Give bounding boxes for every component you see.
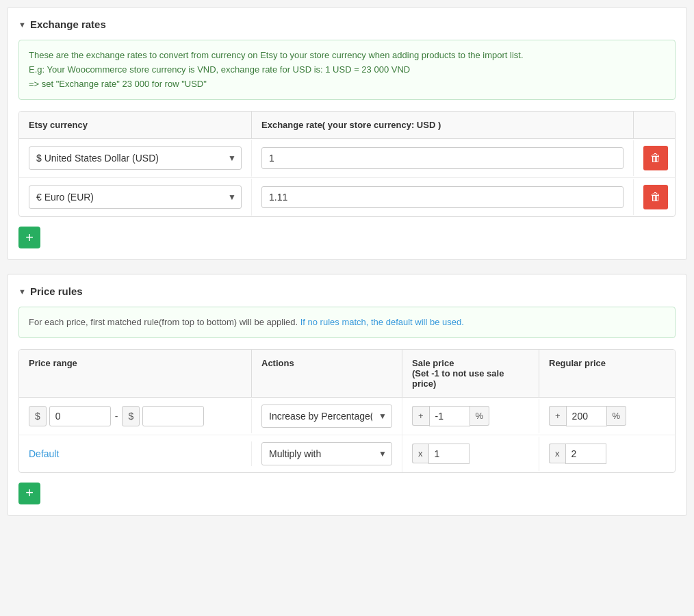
action-select-default[interactable]: Increase by Percentage(%) Multiply with	[261, 442, 392, 465]
price-range-dash-1: -	[114, 411, 120, 422]
price-to-prefix-1: $	[122, 406, 140, 426]
price-range-cell-1: $ - $	[19, 399, 252, 433]
plus-icon-rules: +	[25, 485, 34, 501]
sale-price-prefix-1: +	[412, 406, 429, 426]
rules-header-actions: Actions	[252, 350, 402, 397]
add-price-rule-button[interactable]: +	[18, 483, 40, 504]
sale-price-input-default[interactable]	[428, 444, 470, 464]
regular-price-cell-1: + %	[539, 399, 635, 433]
regular-price-prefix-1: +	[549, 406, 566, 426]
price-rule-row-1: $ - $ Increase by Percentage(%) Multiply…	[19, 398, 675, 435]
exchange-rate-cell-2	[252, 179, 634, 215]
currency-select-1[interactable]: $ United States Dollar (USD) € Euro (EUR…	[29, 146, 242, 170]
info-line-3: => set "Exchange rate" 23 000 for row "U…	[29, 77, 665, 92]
exchange-rate-input-1[interactable]	[261, 147, 624, 169]
exchange-rates-table: Etsy currency Exchange rate( your store …	[18, 111, 676, 217]
trash-icon-1: 🗑	[650, 152, 661, 164]
price-range-cell-default: Default	[19, 441, 252, 466]
exchange-row-1: $ United States Dollar (USD) € Euro (EUR…	[19, 139, 675, 178]
exchange-currency-cell-1: $ United States Dollar (USD) € Euro (EUR…	[19, 140, 252, 177]
plus-icon-exchange: +	[25, 230, 34, 246]
exchange-currency-cell-2: $ United States Dollar (USD) € Euro (EUR…	[19, 179, 252, 216]
currency-select-wrapper-1: $ United States Dollar (USD) € Euro (EUR…	[29, 146, 242, 170]
trash-icon-2: 🗑	[650, 191, 661, 203]
regular-price-group-default: x	[549, 444, 626, 464]
collapse-arrow-icon[interactable]: ▼	[18, 21, 26, 29]
sale-price-group-1: + %	[412, 406, 529, 426]
exchange-delete-cell-1: 🗑	[634, 139, 675, 177]
currency-select-2[interactable]: $ United States Dollar (USD) € Euro (EUR…	[29, 185, 242, 209]
exchange-rates-info: These are the exchange rates to convert …	[18, 40, 676, 100]
price-rules-title: ▼ Price rules	[18, 285, 676, 297]
exchange-row-2: $ United States Dollar (USD) € Euro (EUR…	[19, 178, 675, 216]
price-rules-info: For each price, first matched rule(from …	[18, 307, 676, 338]
exchange-delete-cell-2: 🗑	[634, 178, 675, 216]
action-select-wrapper-default: Increase by Percentage(%) Multiply with …	[261, 442, 392, 465]
rules-header-price-range: Price range	[19, 350, 252, 397]
delete-exchange-row-2-button[interactable]: 🗑	[643, 185, 668, 209]
rules-header-regular-price: Regular price	[539, 350, 635, 397]
regular-price-prefix-default: x	[549, 444, 565, 463]
sale-price-group-default: x	[412, 444, 529, 464]
sale-price-prefix-default: x	[412, 444, 428, 463]
sale-price-label-line2: (Set -1 to not use sale price)	[412, 368, 504, 389]
price-rules-section: ▼ Price rules For each price, first matc…	[7, 274, 687, 516]
exchange-header-actions	[634, 112, 675, 138]
sale-price-label-line1: Sale price	[412, 358, 454, 368]
regular-price-cell-default: x	[539, 437, 635, 471]
default-label: Default	[29, 448, 59, 459]
price-to-input-1[interactable]	[142, 406, 204, 426]
regular-price-input-default[interactable]	[565, 444, 606, 464]
exchange-header-rate: Exchange rate( your store currency: USD …	[252, 112, 634, 138]
info-line-1: These are the exchange rates to convert …	[29, 49, 665, 63]
exchange-rates-section: ▼ Exchange rates These are the exchange …	[7, 7, 687, 260]
sale-price-cell-default: x	[402, 437, 539, 471]
currency-select-wrapper-2: $ United States Dollar (USD) € Euro (EUR…	[29, 185, 242, 209]
regular-price-suffix-1: %	[607, 406, 627, 426]
exchange-rates-title: ▼ Exchange rates	[18, 18, 676, 30]
price-rules-table: Price range Actions Sale price (Set -1 t…	[18, 349, 676, 473]
exchange-rate-input-2[interactable]	[261, 186, 624, 208]
rules-info-text: For each price, first matched rule(from …	[29, 317, 298, 327]
price-range-inputs-1: $ - $	[29, 406, 242, 426]
rules-header-sale-price: Sale price (Set -1 to not use sale price…	[402, 350, 539, 397]
price-from-prefix-1: $	[29, 406, 47, 426]
sale-price-input-1[interactable]	[429, 406, 470, 426]
exchange-header-currency: Etsy currency	[19, 112, 252, 138]
regular-price-group-1: + %	[549, 406, 626, 426]
sale-price-suffix-1: %	[470, 406, 490, 426]
collapse-arrow-rules-icon[interactable]: ▼	[18, 287, 26, 296]
add-exchange-row-button[interactable]: +	[18, 227, 40, 248]
exchange-table-header: Etsy currency Exchange rate( your store …	[19, 112, 675, 139]
exchange-rate-cell-1	[252, 140, 634, 176]
action-cell-1: Increase by Percentage(%) Multiply with …	[252, 398, 402, 435]
action-select-wrapper-1: Increase by Percentage(%) Multiply with …	[261, 405, 392, 428]
price-rules-table-header: Price range Actions Sale price (Set -1 t…	[19, 350, 675, 398]
price-rule-row-default: Default Increase by Percentage(%) Multip…	[19, 435, 675, 472]
price-from-input-1[interactable]	[49, 406, 111, 426]
delete-exchange-row-1-button[interactable]: 🗑	[643, 146, 668, 170]
action-select-1[interactable]: Increase by Percentage(%) Multiply with	[261, 405, 392, 428]
info-line-2: E.g: Your Woocommerce store currency is …	[29, 63, 665, 77]
sale-price-cell-1: + %	[402, 399, 539, 433]
rules-info-highlight: If no rules match, the default will be u…	[300, 317, 464, 327]
action-cell-default: Increase by Percentage(%) Multiply with …	[252, 435, 402, 472]
regular-price-input-1[interactable]	[566, 406, 607, 426]
